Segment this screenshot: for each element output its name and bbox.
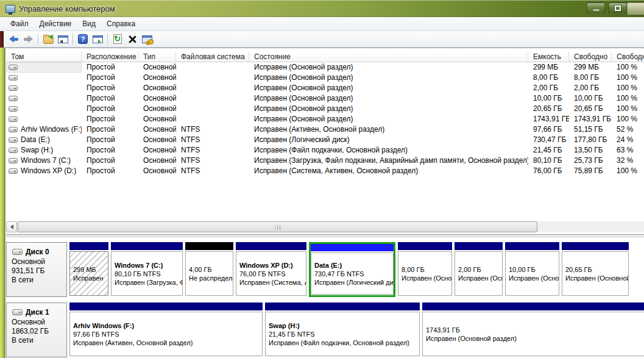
volume-cell: Простой bbox=[82, 135, 138, 145]
folder-button[interactable] bbox=[41, 32, 55, 46]
volume-row[interactable]: Swap (H:)ПростойОсновнойNTFSИсправен (Фа… bbox=[6, 145, 644, 156]
volume-name-cell: Windows 7 (C:) bbox=[6, 156, 82, 166]
maximize-icon bbox=[615, 5, 621, 11]
help-icon: ? bbox=[78, 34, 88, 44]
column-header-1[interactable]: Расположение bbox=[82, 52, 138, 62]
help-button[interactable]: ? bbox=[76, 32, 90, 46]
volume-row[interactable]: ПростойОсновнойИсправен (Основной раздел… bbox=[6, 62, 644, 73]
volume-cell: 100 % bbox=[612, 62, 644, 73]
volume-cell bbox=[176, 73, 249, 83]
partition-type-stripe bbox=[562, 242, 629, 250]
volume-cell: Основной bbox=[138, 166, 176, 176]
column-header-5[interactable]: Емкость bbox=[528, 52, 569, 62]
action-pane-button[interactable] bbox=[90, 32, 105, 46]
volume-cell: Исправен (Основной раздел) bbox=[249, 93, 528, 104]
partition-status: Исправен (Основной раздел) bbox=[509, 274, 556, 282]
volume-row[interactable]: Windows XP (D:)ПростойОсновнойNTFSИсправ… bbox=[6, 166, 644, 176]
column-header-0[interactable]: Том bbox=[6, 52, 82, 62]
menu-item-view[interactable]: Вид bbox=[77, 18, 101, 30]
volume-cell: NTFS bbox=[176, 156, 249, 166]
disk-label-panel[interactable]: Диск 1Основной1863,02 ГБВ сети bbox=[6, 303, 67, 357]
partition-block[interactable]: 20,65 ГБИсправен (Основной раздел) bbox=[562, 242, 629, 297]
volume-name: Windows XP (D:) bbox=[21, 166, 76, 176]
volume-name-cell bbox=[6, 62, 82, 73]
desktop-background-strip bbox=[0, 31, 4, 48]
back-button[interactable] bbox=[6, 32, 21, 46]
volume-cell: Простой bbox=[82, 104, 138, 114]
volume-row[interactable]: ПростойОсновнойИсправен (Основной раздел… bbox=[6, 114, 644, 124]
volume-row[interactable]: ПростойОсновнойИсправен (Основной раздел… bbox=[6, 73, 644, 83]
volume-row[interactable]: ПростойОсновнойИсправен (Основной раздел… bbox=[6, 83, 644, 93]
volume-cell bbox=[176, 83, 249, 93]
column-header-3[interactable]: Файловая система bbox=[176, 52, 249, 62]
partition-status: Исправен (Основной раздел) bbox=[565, 274, 625, 282]
partition-type-stripe bbox=[311, 244, 394, 251]
delete-button[interactable] bbox=[125, 32, 140, 46]
disk-info-line: 931,51 ГБ bbox=[12, 267, 66, 276]
column-header-4[interactable]: Состояние bbox=[249, 52, 528, 62]
partition-block[interactable]: 1743,91 ГБИсправен (Основной раздел) bbox=[422, 303, 644, 357]
column-header-7[interactable]: Свободно % bbox=[612, 52, 644, 62]
column-header-2[interactable]: Тип bbox=[138, 52, 176, 62]
partition-info: 10,00 ГБИсправен (Основной раздел) bbox=[505, 251, 559, 296]
partition-type-stripe bbox=[236, 242, 306, 250]
disk-icon bbox=[12, 249, 23, 255]
horizontal-scrollbar[interactable] bbox=[6, 221, 644, 232]
volume-cell: 8,00 ГБ bbox=[528, 73, 569, 83]
volume-cell: 1743,91 ГБ bbox=[569, 114, 612, 124]
partitions-row: 299 МБИсправенWindows 7 (C:)80,10 ГБ NTF… bbox=[69, 242, 629, 297]
menu-item-action[interactable]: Действие bbox=[34, 18, 77, 30]
volume-cell: Простой bbox=[82, 166, 138, 176]
scroll-left-button[interactable] bbox=[6, 221, 17, 232]
partition-block[interactable]: 299 МБИсправен bbox=[69, 242, 108, 297]
properties-button[interactable] bbox=[140, 32, 154, 46]
computer-management-icon bbox=[5, 5, 15, 13]
refresh-button[interactable] bbox=[110, 32, 125, 46]
volume-cell: Простой bbox=[82, 83, 138, 93]
volume-cell: 20,65 ГБ bbox=[569, 104, 612, 114]
partition-block[interactable]: 2,00 ГБИсправен (Основной раздел) bbox=[455, 242, 503, 297]
partition-size: 80,10 ГБ NTFS bbox=[115, 270, 179, 278]
partition-status: Исправен (Основной раздел) bbox=[458, 274, 499, 282]
scrollbar-thumb[interactable] bbox=[18, 221, 537, 232]
column-header-6[interactable]: Свободно bbox=[569, 52, 612, 62]
console-tree-button[interactable] bbox=[55, 32, 70, 46]
partition-block[interactable]: Windows XP (D:)76,00 ГБ NTFSИсправен (Си… bbox=[236, 242, 306, 297]
volume-cell: 52 % bbox=[612, 124, 644, 135]
volume-name-cell bbox=[6, 83, 82, 93]
partition-status: Исправен (Основной раздел) bbox=[426, 334, 644, 343]
disk-label-panel[interactable]: Диск 0Основной931,51 ГБВ сети bbox=[6, 242, 67, 297]
volume-cell: Простой bbox=[82, 145, 138, 156]
volume-name-cell bbox=[6, 73, 82, 83]
toolbar-separator bbox=[38, 34, 38, 45]
forward-button[interactable] bbox=[21, 32, 35, 46]
volume-name: Swap (H:) bbox=[21, 145, 53, 156]
volume-cell: 100 % bbox=[612, 73, 644, 83]
title-bar[interactable]: Управление компьютером bbox=[0, 0, 644, 17]
volume-name-cell: Swap (H:) bbox=[6, 145, 82, 156]
partition-block[interactable]: 10,00 ГБИсправен (Основной раздел) bbox=[505, 242, 559, 297]
volume-cell: Исправен (Загрузка, Файл подкачки, Авари… bbox=[249, 156, 528, 166]
volume-cell: 63 % bbox=[612, 145, 644, 156]
partition-block[interactable]: Data (E:)730,47 ГБ NTFSИсправен (Логичес… bbox=[309, 242, 395, 297]
volume-cell: Основной bbox=[138, 104, 176, 114]
partition-status: Исправен (Файл подкачки, Основной раздел… bbox=[269, 338, 416, 347]
computer-management-window: Управление компьютером ФайлДействиеВидСп… bbox=[0, 0, 644, 358]
close-button[interactable] bbox=[627, 2, 644, 15]
volume-cell: Исправен (Основной раздел) bbox=[249, 104, 528, 114]
volume-row[interactable]: Arhiv Windows (F:)ПростойОсновнойNTFSИсп… bbox=[6, 124, 644, 135]
volume-row[interactable]: ПростойОсновнойИсправен (Основной раздел… bbox=[6, 104, 644, 114]
volume-row[interactable]: ПростойОсновнойИсправен (Основной раздел… bbox=[6, 93, 644, 104]
partition-block[interactable]: 8,00 ГБИсправен (Основной раздел) bbox=[398, 242, 452, 297]
volume-row[interactable]: Windows 7 (C:)ПростойОсновнойNTFSИсправе… bbox=[6, 156, 644, 166]
volume-row[interactable]: Data (E:)ПростойОсновнойNTFSИсправен (Ло… bbox=[6, 135, 644, 145]
partition-block[interactable]: 4,00 ГБНе распределена bbox=[185, 242, 233, 297]
partition-info: 8,00 ГБИсправен (Основной раздел) bbox=[398, 251, 452, 296]
menu-item-help[interactable]: Справка bbox=[101, 18, 141, 30]
maximize-button[interactable] bbox=[609, 2, 627, 14]
minimize-button[interactable] bbox=[587, 2, 605, 14]
partition-block[interactable]: Windows 7 (C:)80,10 ГБ NTFSИсправен (Заг… bbox=[111, 242, 183, 297]
partition-block[interactable]: Swap (H:)21,45 ГБ NTFSИсправен (Файл под… bbox=[265, 303, 420, 357]
menu-item-file[interactable]: Файл bbox=[5, 18, 34, 30]
partition-block[interactable]: Arhiv Windows (F:)97,66 ГБ NTFSИсправен … bbox=[69, 303, 263, 357]
